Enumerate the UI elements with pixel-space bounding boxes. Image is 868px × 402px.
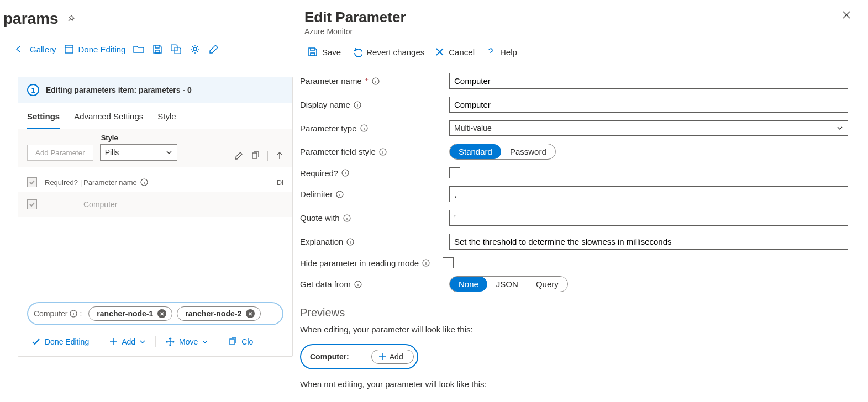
panel-subtitle: Azure Monitor <box>304 27 840 36</box>
pill-rancher-node-1[interactable]: rancher-node-1 ✕ <box>88 306 172 321</box>
preview-add-button[interactable]: Add <box>371 350 414 364</box>
gear-icon[interactable] <box>190 44 201 54</box>
quote-input[interactable] <box>449 210 848 226</box>
toolbar-separator <box>267 151 268 161</box>
row-checkbox[interactable] <box>27 199 37 209</box>
move-button[interactable]: Move <box>161 335 212 348</box>
get-data-query[interactable]: Query <box>527 277 567 292</box>
help-button[interactable]: Help <box>482 45 520 59</box>
svg-rect-7 <box>311 53 315 56</box>
label-get-data: Get data from <box>300 279 449 289</box>
edit-icon[interactable] <box>208 44 219 54</box>
previews-title: Previews <box>300 306 848 319</box>
info-icon[interactable] <box>341 169 349 177</box>
edit-parameter-form: Parameter name* Display name Parameter t… <box>293 65 868 402</box>
info-icon[interactable] <box>379 148 387 156</box>
open-icon[interactable] <box>133 45 144 54</box>
add-parameter-button[interactable]: Add Parameter <box>27 145 93 161</box>
panel-toolbar: Save Revert changes Cancel Help <box>293 40 868 65</box>
info-icon[interactable] <box>360 124 368 132</box>
label-explanation: Explanation <box>300 237 449 246</box>
computer-pill-bar[interactable]: Computer : rancher-node-1 ✕ rancher-node… <box>27 302 283 325</box>
close-icon[interactable]: ✕ <box>246 309 255 318</box>
save-icon[interactable] <box>152 44 163 54</box>
move-up-icon[interactable] <box>276 151 283 160</box>
display-name-input[interactable] <box>449 97 848 113</box>
tab-settings[interactable]: Settings <box>27 108 60 129</box>
th-display-name: Di <box>268 178 283 187</box>
editing-tabs: Settings Advanced Settings Style <box>18 103 292 129</box>
done-editing-button[interactable]: Done Editing <box>27 335 93 348</box>
tab-style[interactable]: Style <box>157 108 176 129</box>
svg-rect-0 <box>65 45 73 53</box>
info-icon[interactable] <box>140 178 148 186</box>
chevron-down-icon <box>837 125 843 131</box>
editing-card: 1 Editing parameters item: parameters - … <box>18 77 293 357</box>
preview-editing-pill: Computer: Add <box>300 344 418 369</box>
table-row[interactable]: Computer <box>18 192 292 217</box>
row-name: Computer <box>83 200 292 209</box>
tab-advanced-settings[interactable]: Advanced Settings <box>74 108 143 129</box>
get-data-group: None JSON Query <box>449 276 568 292</box>
field-style-standard[interactable]: Standard <box>450 144 501 159</box>
svg-rect-1 <box>155 50 160 53</box>
close-icon[interactable]: ✕ <box>157 309 166 318</box>
label-required: Required? <box>300 168 449 178</box>
panel-title: Edit Parameter <box>304 9 840 26</box>
cancel-button[interactable]: Cancel <box>432 45 478 59</box>
param-table: Required?| Parameter name Di Computer <box>18 167 292 219</box>
parameter-type-select[interactable]: Multi-value <box>449 120 848 136</box>
edit-row-icon[interactable] <box>234 151 243 160</box>
label-parameter-type: Parameter type <box>300 124 449 133</box>
pill-rancher-node-2[interactable]: rancher-node-2 ✕ <box>177 306 261 321</box>
explanation-input[interactable] <box>449 234 848 250</box>
banner-text: Editing parameters item: parameters - 0 <box>46 86 192 94</box>
copy-row-icon[interactable] <box>251 151 260 160</box>
card-actions: Done Editing Add Move Clo <box>18 327 292 356</box>
param-controls: Add Parameter Style Pills <box>18 129 292 167</box>
header-checkbox[interactable] <box>27 177 37 187</box>
th-parameter-name: Parameter name <box>83 178 137 187</box>
save-as-icon[interactable] <box>171 44 182 54</box>
svg-rect-6 <box>230 339 234 345</box>
label-field-style: Parameter field style <box>300 147 449 156</box>
info-icon[interactable] <box>372 77 380 85</box>
add-button[interactable]: Add <box>105 335 150 348</box>
required-checkbox[interactable] <box>449 167 460 178</box>
label-display-name: Display name <box>300 100 449 109</box>
field-style-password[interactable]: Password <box>501 144 555 159</box>
field-style-group: Standard Password <box>449 144 556 160</box>
get-data-none[interactable]: None <box>450 277 487 292</box>
clone-button[interactable]: Clo <box>224 335 257 348</box>
th-required: Required?| <box>45 178 83 187</box>
style-select[interactable]: Pills <box>100 144 177 161</box>
preview-not-editing-text: When not editing, your parameter will lo… <box>300 379 848 389</box>
save-button[interactable]: Save <box>304 45 344 59</box>
gallery-link[interactable]: Gallery <box>15 45 56 54</box>
label-quote: Quote with <box>300 213 449 223</box>
svg-rect-3 <box>252 153 257 158</box>
parameter-name-input[interactable] <box>449 73 848 89</box>
style-label: Style <box>101 134 177 142</box>
editing-banner: 1 Editing parameters item: parameters - … <box>18 77 292 103</box>
preview-pill-label: Computer: <box>310 352 349 361</box>
info-icon[interactable] <box>343 214 351 222</box>
info-icon[interactable] <box>336 191 344 198</box>
info-icon[interactable] <box>354 281 362 288</box>
done-editing-link[interactable]: Done Editing <box>64 44 126 54</box>
main-toolbar: Gallery Done Editing <box>0 28 293 60</box>
close-icon[interactable] <box>840 9 853 21</box>
delimiter-input[interactable] <box>449 186 848 202</box>
get-data-json[interactable]: JSON <box>487 277 527 292</box>
pill-bar-label: Computer : <box>34 309 82 318</box>
info-icon[interactable] <box>346 238 354 246</box>
pin-icon[interactable] <box>66 14 75 23</box>
chevron-down-icon <box>166 149 172 156</box>
step-circle: 1 <box>27 84 39 96</box>
info-icon[interactable] <box>422 259 430 267</box>
label-delimiter: Delimiter <box>300 189 449 199</box>
label-hide: Hide parameter in reading mode <box>300 258 443 268</box>
hide-checkbox[interactable] <box>443 257 454 268</box>
revert-button[interactable]: Revert changes <box>349 45 428 59</box>
info-icon[interactable] <box>354 101 361 109</box>
